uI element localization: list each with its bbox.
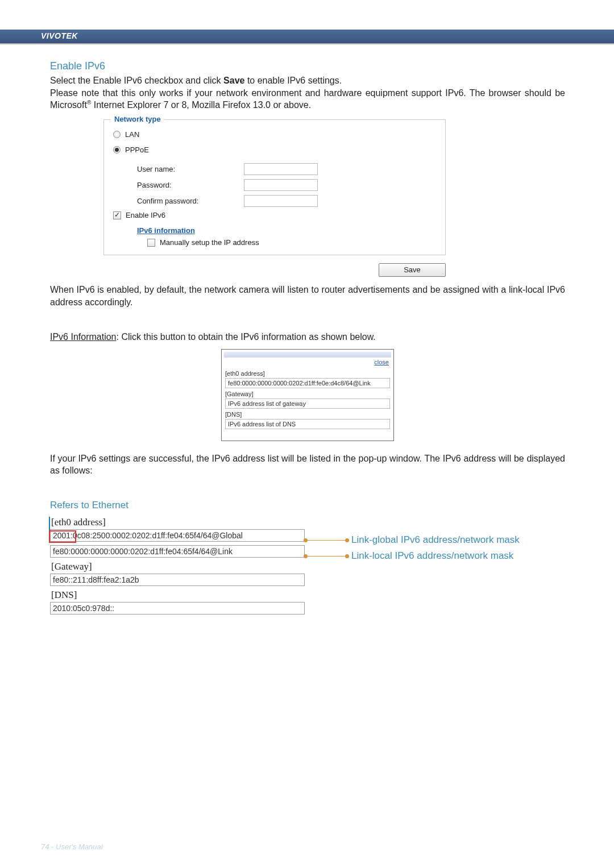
intro1-b: to enable IPv6 settings. bbox=[244, 76, 342, 85]
intro2-b: Internet Explorer 7 or 8, Mozilla Firefo… bbox=[91, 101, 311, 110]
manual-ip-checkbox[interactable] bbox=[147, 239, 155, 247]
eth0-link-address: fe80:0000:0000:0000:0202:d1ff:fe04:65f4/… bbox=[50, 545, 305, 558]
manual-ip-label: Manually setup the IP address bbox=[160, 238, 259, 247]
intro1-a: Select the Enable IPv6 checkbox and clic… bbox=[50, 76, 223, 85]
popup-eth0-value: fe80:0000:0000:0000:0202:d1ff:fe0e:d4c8/… bbox=[225, 378, 390, 388]
callout-line-global bbox=[306, 540, 347, 541]
ipv6-information-link[interactable]: IPv6 information bbox=[137, 226, 195, 235]
heading-enable-ipv6: Enable IPv6 bbox=[50, 60, 565, 72]
page-footer: 74 - User's Manual bbox=[41, 842, 103, 851]
eth0-header: [eth0 address] bbox=[51, 517, 305, 528]
callout-text-global: Link-global IPv6 address/network mask bbox=[351, 534, 520, 546]
intro1-save: Save bbox=[223, 76, 244, 85]
network-type-legend: Network type bbox=[111, 115, 164, 123]
dns-header: [DNS] bbox=[51, 589, 305, 601]
enable-ipv6-checkbox[interactable] bbox=[113, 211, 121, 219]
intro-paragraph-2: Please note that this only works if your… bbox=[50, 87, 565, 112]
callout-text-local: Link-local IPv6 address/network mask bbox=[351, 550, 513, 562]
confirm-password-label: Confirm password: bbox=[137, 197, 244, 205]
after-popup-paragraph: If your IPv6 settings are successful, th… bbox=[50, 452, 565, 477]
lan-radio[interactable] bbox=[113, 131, 121, 138]
eth-tick-line bbox=[49, 517, 50, 531]
network-type-fieldset: Network type LAN PPPoE User name: Passwo bbox=[103, 119, 446, 255]
popup-dns-value: IPv6 address list of DNS bbox=[225, 419, 390, 429]
gateway-header: [Gateway] bbox=[51, 561, 305, 572]
intro-paragraph-1: Select the Enable IPv6 checkbox and clic… bbox=[50, 74, 565, 87]
dns-value: 2010:05c0:978d:: bbox=[50, 602, 305, 614]
manual-ip-row[interactable]: Manually setup the IP address bbox=[147, 238, 437, 247]
enable-ipv6-label: Enable IPv6 bbox=[126, 211, 165, 219]
ipv6-info-text: : Click this button to obtain the IPv6 i… bbox=[117, 332, 376, 342]
enable-ipv6-row[interactable]: Enable IPv6 bbox=[113, 211, 437, 219]
ipv6-info-popup: close [eth0 address] fe80:0000:0000:0000… bbox=[221, 349, 394, 441]
ipv6-info-paragraph: IPv6 Information: Click this button to o… bbox=[50, 331, 565, 343]
popup-dns-header: [DNS] bbox=[225, 411, 390, 418]
pppoe-radio-row[interactable]: PPPoE bbox=[113, 146, 437, 154]
heading-refers-ethernet: Refers to Ethernet bbox=[50, 500, 565, 511]
ipv6-info-label: IPv6 Information bbox=[50, 332, 117, 342]
confirm-password-input[interactable] bbox=[244, 195, 318, 207]
after-save-paragraph: When IPv6 is enabled, by default, the ne… bbox=[50, 284, 565, 308]
password-input[interactable] bbox=[244, 179, 318, 191]
eth-diagram: [eth0 address] 2001:0c08:2500:0002:0202:… bbox=[50, 517, 567, 614]
save-button[interactable]: Save bbox=[379, 263, 446, 277]
gateway-value: fe80::211:d8ff:fea2:1a2b bbox=[50, 574, 305, 586]
popup-eth0-header: [eth0 address] bbox=[225, 370, 390, 377]
pppoe-label: PPPoE bbox=[125, 146, 149, 154]
password-label: Password: bbox=[137, 181, 244, 189]
pppoe-radio[interactable] bbox=[113, 146, 121, 153]
lan-label: LAN bbox=[125, 130, 139, 139]
callout-line-local bbox=[306, 556, 347, 556]
popup-gateway-header: [Gateway] bbox=[225, 391, 390, 397]
popup-gateway-value: IPv6 address list of gateway bbox=[225, 398, 390, 409]
popup-close-link[interactable]: close bbox=[224, 359, 391, 366]
brand-bar: VIVOTEK bbox=[0, 30, 614, 44]
popup-titlebar bbox=[224, 352, 391, 358]
lan-radio-row[interactable]: LAN bbox=[113, 130, 437, 139]
username-label: User name: bbox=[137, 165, 244, 173]
username-input[interactable] bbox=[244, 163, 318, 175]
eth0-global-address: 2001:0c08:2500:0002:0202:d1ff:fe04:65f4/… bbox=[50, 529, 305, 542]
